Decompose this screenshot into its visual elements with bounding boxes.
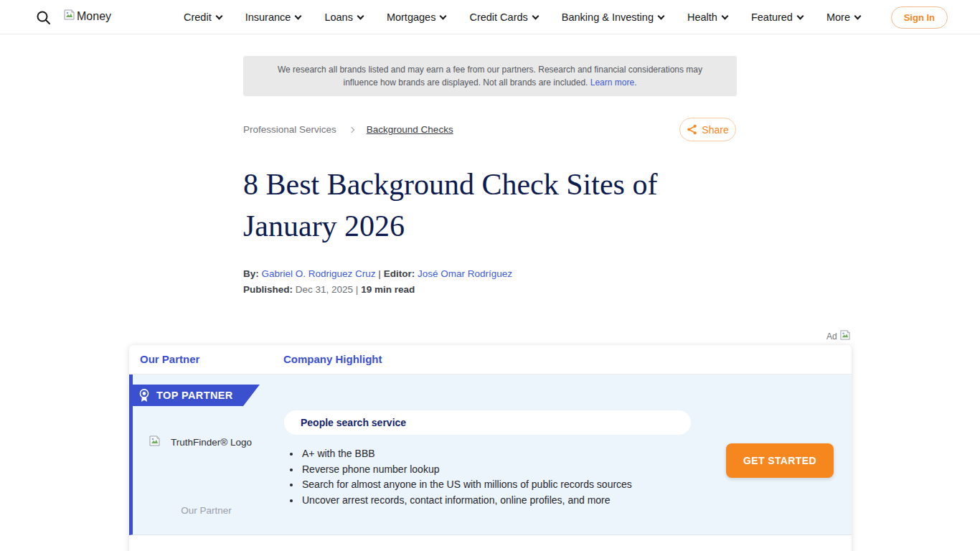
nav-item-credit[interactable]: Credit xyxy=(184,11,222,23)
chevron-down-icon xyxy=(295,12,302,19)
logo-alt-text: TruthFinder® Logo xyxy=(171,437,252,448)
card-header-row: Our Partner Company Highlight xyxy=(129,345,852,375)
chevron-down-icon xyxy=(658,12,665,19)
top-nav-bar: Money Credit Insurance Loans Mortgages C… xyxy=(0,0,980,34)
nav-item-health[interactable]: Health xyxy=(687,11,727,23)
nav-item-mortgages[interactable]: Mortgages xyxy=(387,11,446,23)
nav-item-featured[interactable]: Featured xyxy=(751,11,803,23)
bullet-item: Reverse phone number lookup xyxy=(301,462,632,478)
chevron-down-icon xyxy=(215,12,222,19)
chevron-down-icon xyxy=(854,12,862,19)
ad-label: Ad xyxy=(826,331,837,342)
chevron-down-icon xyxy=(532,12,539,19)
broken-image-icon xyxy=(149,435,161,449)
service-category-pill: People search service xyxy=(284,410,691,435)
bullet-item: Search for almost anyone in the US with … xyxy=(301,477,632,493)
breadcrumb-chevron-icon xyxy=(349,126,354,132)
author-link[interactable]: Gabriel O. Rodriguez Cruz xyxy=(262,268,376,279)
nav-item-more[interactable]: More xyxy=(826,11,860,23)
search-icon[interactable] xyxy=(36,10,52,26)
page-title: 8 Best Background Check Sites of January… xyxy=(243,164,740,247)
disclaimer-text: We research all brands listed and may ea… xyxy=(278,65,702,88)
broken-image-icon xyxy=(839,329,851,343)
nav-item-loans[interactable]: Loans xyxy=(324,11,363,23)
share-label: Share xyxy=(702,124,728,136)
bullet-item: Uncover arrest records, contact informat… xyxy=(301,493,632,509)
affiliate-disclaimer: We research all brands listed and may ea… xyxy=(243,56,737,96)
share-button[interactable]: Share xyxy=(679,118,736,141)
chevron-down-icon xyxy=(357,12,364,19)
truthfinder-logo[interactable]: TruthFinder® Logo xyxy=(149,435,252,449)
partner-comparison-card: Our Partner Company Highlight TOP PARTNE… xyxy=(129,345,852,551)
published-line: Published: Dec 31, 2025 | 19 min read xyxy=(243,284,415,295)
broken-image-icon xyxy=(63,9,75,24)
col-company-highlight: Company Highlight xyxy=(283,353,382,365)
chevron-down-icon xyxy=(440,12,447,19)
highlight-bullet-list: A+ with the BBB Reverse phone number loo… xyxy=(301,446,632,508)
learn-more-link[interactable]: Learn more xyxy=(590,77,634,88)
bullet-item: A+ with the BBB xyxy=(301,446,632,462)
chevron-down-icon xyxy=(796,12,804,19)
share-icon xyxy=(687,124,697,135)
nav-item-banking-investing[interactable]: Banking & Investing xyxy=(562,11,664,23)
ad-disclosure: Ad xyxy=(826,329,851,343)
byline: By: Gabriel O. Rodriguez Cruz | Editor: … xyxy=(243,268,512,279)
sign-in-button[interactable]: Sign In xyxy=(891,6,948,29)
our-partner-caption: Our Partner xyxy=(133,505,280,516)
chevron-down-icon xyxy=(721,12,728,19)
logo-text: Money xyxy=(77,10,111,23)
next-partner-row xyxy=(129,535,852,551)
partner-logo-cell: TruthFinder® Logo Our Partner xyxy=(133,375,280,534)
nav-item-credit-cards[interactable]: Credit Cards xyxy=(469,11,537,23)
breadcrumb: Professional Services Background Checks xyxy=(243,124,453,135)
primary-nav: Credit Insurance Loans Mortgages Credit … xyxy=(184,0,860,34)
top-partner-row[interactable]: TOP PARTNER TruthFinder® Logo Our Partne… xyxy=(129,375,852,535)
col-our-partner: Our Partner xyxy=(140,353,199,365)
breadcrumb-current[interactable]: Background Checks xyxy=(367,124,453,135)
nav-item-insurance[interactable]: Insurance xyxy=(245,11,301,23)
editor-link[interactable]: José Omar Rodríguez xyxy=(418,268,512,279)
get-started-button[interactable]: GET STARTED xyxy=(726,443,834,478)
breadcrumb-parent[interactable]: Professional Services xyxy=(243,124,336,135)
money-logo[interactable]: Money xyxy=(63,9,111,24)
